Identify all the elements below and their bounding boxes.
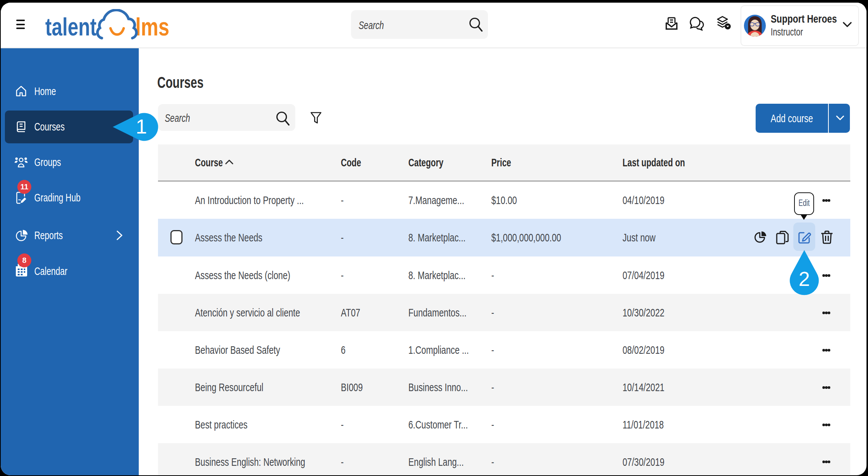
svg-text:2: 2	[799, 267, 810, 290]
svg-text:1: 1	[136, 115, 147, 138]
svg-text:talent: talent	[45, 13, 97, 40]
svg-text:lms: lms	[135, 13, 169, 40]
